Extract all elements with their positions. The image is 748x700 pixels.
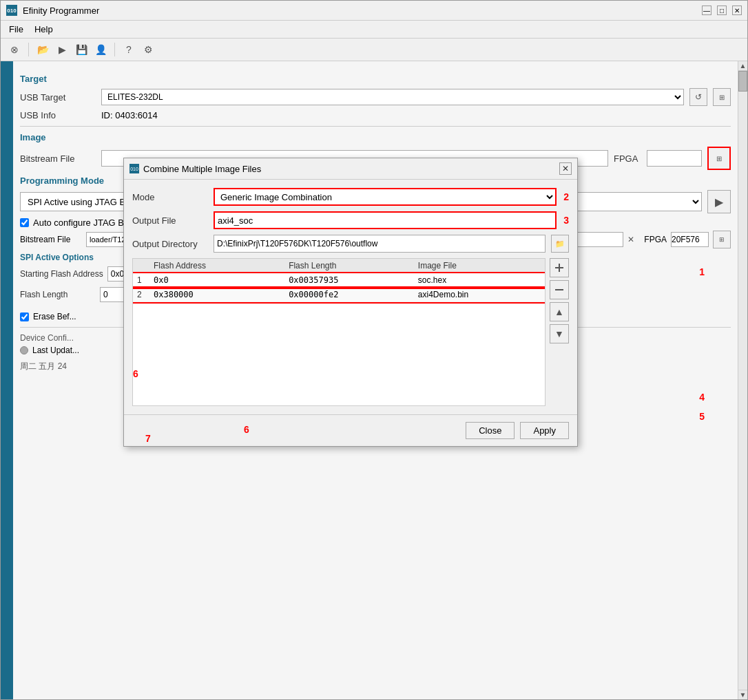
user-button[interactable]: 👤 bbox=[92, 41, 109, 58]
status-indicator bbox=[20, 346, 28, 354]
modal-mode-row: Mode Generic Image Combination 2 bbox=[132, 188, 569, 206]
modal-output-dir-label: Output Directory bbox=[132, 239, 208, 249]
modal-table-container: Flash Address Flash Length Image File 1 … bbox=[132, 258, 546, 406]
modal-apply-button[interactable]: Apply bbox=[520, 422, 569, 439]
annotation-badge-6: 6 bbox=[244, 424, 249, 435]
row1-image-file: soc.hex bbox=[414, 273, 545, 288]
menu-bar: File Help bbox=[1, 21, 747, 39]
remove-row-button[interactable] bbox=[550, 280, 569, 299]
scrollbar[interactable]: ▲ ▼ bbox=[738, 61, 747, 699]
modal-close-button[interactable]: Close bbox=[466, 422, 515, 439]
run-program-button[interactable]: ▶ bbox=[707, 190, 731, 213]
stop-button[interactable]: ⊗ bbox=[6, 41, 23, 58]
modal-footer: Close Apply bbox=[124, 414, 577, 446]
row1-num: 1 bbox=[133, 273, 149, 288]
toolbar: ⊗ 📂 ▶ 💾 👤 ? ⚙ bbox=[1, 39, 747, 61]
fpga-input[interactable] bbox=[647, 150, 702, 167]
scroll-down-button[interactable]: ▼ bbox=[738, 690, 747, 699]
bitstream-jtag-label: Bitstream File bbox=[20, 235, 82, 244]
title-bar-controls: — □ ✕ bbox=[702, 6, 742, 15]
scroll-thumb[interactable] bbox=[738, 71, 747, 92]
usb-target-label: USB Target bbox=[20, 92, 96, 103]
modal-output-dir-input[interactable] bbox=[214, 235, 546, 253]
add-row-button[interactable] bbox=[550, 258, 569, 277]
erase-checkbox[interactable] bbox=[20, 312, 29, 321]
row1-flash-addr: 0x0 bbox=[149, 273, 284, 288]
menu-file[interactable]: File bbox=[3, 22, 29, 36]
fpga-file-browse-button[interactable]: ⊞ bbox=[707, 147, 731, 170]
help-button[interactable]: ? bbox=[121, 41, 137, 58]
svg-rect-2 bbox=[555, 289, 563, 290]
modal-side-buttons: ▲ ▼ bbox=[550, 258, 569, 406]
minimize-button[interactable]: — bbox=[702, 6, 711, 15]
modal-table: Flash Address Flash Length Image File 1 … bbox=[133, 259, 545, 302]
divider-1 bbox=[20, 126, 731, 127]
left-accent-stripe bbox=[1, 61, 13, 699]
refresh-button[interactable]: ↺ bbox=[689, 88, 707, 106]
col-image-file: Image File bbox=[414, 259, 545, 273]
modal-mode-label: Mode bbox=[132, 192, 208, 202]
modal-body: Mode Generic Image Combination 2 Output … bbox=[124, 180, 577, 414]
scroll-up-button[interactable]: ▲ bbox=[738, 61, 747, 71]
run-button[interactable]: ▶ bbox=[54, 41, 70, 58]
modal-output-file-input[interactable] bbox=[214, 211, 557, 229]
annotation-badge-2: 2 bbox=[563, 191, 569, 202]
annotation-badge-main: 1 bbox=[699, 266, 705, 277]
scroll-track[interactable] bbox=[738, 71, 747, 690]
maximize-button[interactable]: □ bbox=[717, 6, 727, 15]
separator-2 bbox=[114, 43, 115, 56]
bitstream-file-label: Bitstream File bbox=[20, 153, 96, 164]
usb-target-row: USB Target ELITES-232DL ↺ ⊞ bbox=[20, 88, 731, 106]
title-bar-text: Efinity Programmer bbox=[23, 6, 696, 16]
table-row[interactable]: 1 0x0 0x00357935 soc.hex bbox=[133, 273, 545, 288]
row2-image-file: axi4Demo.bin bbox=[414, 288, 545, 302]
remove-icon bbox=[554, 285, 564, 295]
modal-dir-browse-button[interactable]: 📁 bbox=[551, 235, 569, 253]
erase-label: Erase Bef... bbox=[33, 312, 76, 321]
open-button[interactable]: 📂 bbox=[34, 41, 51, 58]
modal-mode-select[interactable]: Generic Image Combination bbox=[214, 188, 557, 206]
row1-flash-length: 0x00357935 bbox=[284, 273, 414, 288]
modal-title-bar: 010 Combine Multiple Image Files ✕ bbox=[124, 158, 577, 180]
image-section-label: Image bbox=[20, 132, 731, 142]
move-down-button[interactable]: ▼ bbox=[550, 324, 569, 343]
fpga-label: FPGA bbox=[614, 153, 641, 164]
clear-jtag-icon[interactable]: ✕ bbox=[627, 235, 634, 244]
main-content: Target USB Target ELITES-232DL ↺ ⊞ USB I… bbox=[1, 61, 747, 699]
jtag-browse-button[interactable]: ⊞ bbox=[713, 231, 731, 248]
main-window: 010 Efinity Programmer — □ ✕ File Help ⊗… bbox=[0, 0, 748, 700]
usb-settings-button[interactable]: ⊞ bbox=[713, 88, 731, 106]
col-num bbox=[133, 259, 149, 273]
save-button[interactable]: 💾 bbox=[73, 41, 90, 58]
move-up-button[interactable]: ▲ bbox=[550, 302, 569, 321]
main-panel: Target USB Target ELITES-232DL ↺ ⊞ USB I… bbox=[13, 61, 738, 699]
table-row[interactable]: 2 0x380000 0x00000fe2 axi4Demo.bin bbox=[133, 288, 545, 302]
modal-output-file-label: Output File bbox=[132, 215, 208, 226]
close-button[interactable]: ✕ bbox=[732, 6, 742, 15]
usb-info-row: USB Info ID: 0403:6014 bbox=[20, 110, 731, 120]
modal-output-file-row: Output File 3 bbox=[132, 211, 569, 229]
title-bar: 010 Efinity Programmer — □ ✕ bbox=[1, 1, 747, 21]
settings-button[interactable]: ⚙ bbox=[140, 41, 156, 58]
annotation-area-5: 5 bbox=[698, 411, 705, 422]
row2-flash-length: 0x00000fe2 bbox=[284, 288, 414, 302]
annotation-area-4: 4 bbox=[698, 392, 705, 403]
annotation-badge-6-pos: 6 bbox=[133, 368, 138, 379]
target-section-label: Target bbox=[20, 74, 731, 84]
modal-title-text: Combine Multiple Image Files bbox=[143, 164, 555, 174]
fpga-jtag-input[interactable] bbox=[671, 232, 709, 247]
row2-num: 2 bbox=[133, 288, 149, 302]
annotation-badge-7: 7 bbox=[145, 433, 151, 444]
auto-configure-checkbox[interactable] bbox=[20, 218, 29, 227]
modal-output-dir-row: Output Directory 📁 bbox=[132, 235, 569, 253]
table-header-row: Flash Address Flash Length Image File bbox=[133, 259, 545, 273]
usb-target-select[interactable]: ELITES-232DL bbox=[101, 89, 684, 105]
usb-info-value: ID: 0403:6014 bbox=[101, 110, 158, 120]
last-update-label: Last Updat... bbox=[32, 346, 79, 355]
menu-help[interactable]: Help bbox=[29, 22, 59, 36]
svg-rect-1 bbox=[555, 267, 563, 268]
annotation-area-1: 1 bbox=[698, 266, 705, 277]
col-flash-len: Flash Length bbox=[284, 259, 414, 273]
modal-close-x-button[interactable]: ✕ bbox=[559, 162, 572, 175]
col-flash-addr: Flash Address bbox=[149, 259, 284, 273]
